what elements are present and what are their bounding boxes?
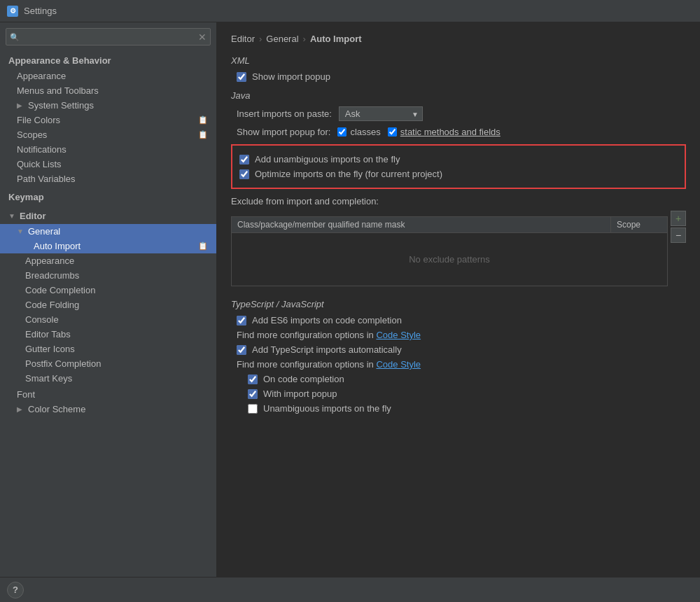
sidebar-item-path-variables[interactable]: Path Variables xyxy=(0,172,216,186)
appearance-behavior-label: Appearance & Behavior xyxy=(0,52,216,69)
sidebar-item-label: System Settings xyxy=(28,100,94,111)
static-methods-checkbox[interactable] xyxy=(388,127,397,136)
show-import-popup-for-label: Show import popup for: xyxy=(237,127,330,137)
static-methods-label: static methods and fields xyxy=(400,127,500,137)
sidebar: 🔍 ✕ Appearance & Behavior Appearance Men… xyxy=(0,22,217,577)
search-clear-button[interactable]: ✕ xyxy=(198,31,206,43)
add-ts-imports-label: Add TypeScript imports automatically xyxy=(252,344,402,355)
sidebar-item-code-completion[interactable]: Code Completion xyxy=(0,283,216,298)
exclude-table-wrapper: Class/package/member qualified name mask… xyxy=(231,211,668,286)
sidebar-item-label: Code Folding xyxy=(25,300,79,310)
optimize-imports-label: Optimize imports on the fly (for current… xyxy=(255,169,442,179)
editor-label[interactable]: Editor xyxy=(0,208,216,224)
breadcrumb-sep-2: › xyxy=(303,34,306,44)
sidebar-item-label: Notifications xyxy=(17,144,66,155)
sidebar-item-label: Breadcrumbs xyxy=(25,270,79,281)
sidebar-item-system-settings[interactable]: System Settings xyxy=(0,98,216,113)
breadcrumb: Editor › General › Auto Import xyxy=(231,34,686,44)
classes-checkbox[interactable] xyxy=(337,127,346,136)
exclude-label: Exclude from import and completion: xyxy=(231,196,686,206)
sidebar-item-postfix-completion[interactable]: Postfix Completion xyxy=(0,356,216,371)
breadcrumb-sep-1: › xyxy=(259,34,262,44)
sidebar-item-label: Font xyxy=(17,389,35,400)
sidebar-item-smart-keys[interactable]: Smart Keys xyxy=(0,371,216,386)
java-section-label: Java xyxy=(231,90,686,101)
sidebar-item-appearance[interactable]: Appearance xyxy=(0,69,216,83)
add-es6-checkbox[interactable] xyxy=(237,316,246,326)
with-import-popup-label: With import popup xyxy=(263,388,337,399)
sidebar-item-label: Console xyxy=(25,314,59,325)
breadcrumb-general: General xyxy=(266,34,298,44)
unambiguous-fly-row: Unambiguous imports on the fly xyxy=(231,403,686,414)
on-code-completion-checkbox[interactable] xyxy=(248,374,258,384)
add-pattern-button[interactable]: + xyxy=(671,211,686,226)
keymap-label[interactable]: Keymap xyxy=(0,189,216,205)
code-style-link-2[interactable]: Code Style xyxy=(376,359,421,370)
col-header-scope: Scope xyxy=(611,217,667,232)
sidebar-item-label: File Colors xyxy=(17,115,60,125)
ts-section-label: TypeScript / JavaScript xyxy=(231,299,686,309)
red-border-box: Add unambiguous imports on the fly Optim… xyxy=(231,144,686,189)
help-button[interactable]: ? xyxy=(7,582,24,598)
xml-section-label: XML xyxy=(231,55,686,66)
show-import-popup-for-row: Show import popup for: classes static me… xyxy=(231,127,686,137)
sidebar-item-breadcrumbs[interactable]: Breadcrumbs xyxy=(0,268,216,283)
add-ts-imports-row: Add TypeScript imports automatically xyxy=(231,344,686,355)
sidebar-item-label: Editor Tabs xyxy=(25,329,71,340)
sidebar-item-label: Postfix Completion xyxy=(25,358,101,369)
sidebar-item-appearance-sub[interactable]: Appearance xyxy=(0,253,216,268)
sidebar-item-auto-import[interactable]: Auto Import 📋 xyxy=(0,239,216,253)
copy-icon: 📋 xyxy=(198,130,208,139)
sidebar-item-menus-toolbars[interactable]: Menus and Toolbars xyxy=(0,83,216,98)
exclude-table: Class/package/member qualified name mask… xyxy=(231,216,668,286)
xml-show-import-popup-row: Show import popup xyxy=(231,71,686,82)
sidebar-item-label: Scopes xyxy=(17,130,47,140)
find-code-style-1-row: Find more configuration options in Code … xyxy=(231,330,686,340)
sidebar-item-general[interactable]: General xyxy=(0,224,216,239)
editor-arrow-icon xyxy=(8,212,17,220)
unambiguous-fly-checkbox[interactable] xyxy=(248,404,258,414)
title-bar-text: Settings xyxy=(24,6,57,16)
add-ts-imports-checkbox[interactable] xyxy=(237,345,246,355)
editor-section: Editor General Auto Import 📋 Appearance … xyxy=(0,206,216,387)
sidebar-item-console[interactable]: Console xyxy=(0,312,216,327)
insert-imports-label: Insert imports on paste: xyxy=(237,108,332,119)
search-icon: 🔍 xyxy=(10,32,20,41)
sidebar-item-color-scheme[interactable]: Color Scheme xyxy=(0,402,216,416)
add-unambiguous-checkbox[interactable] xyxy=(239,155,249,164)
col-header-mask: Class/package/member qualified name mask xyxy=(232,217,611,232)
sidebar-item-notifications[interactable]: Notifications xyxy=(0,142,216,157)
xml-show-import-popup-checkbox[interactable] xyxy=(237,72,246,82)
remove-pattern-button[interactable]: − xyxy=(671,227,686,243)
search-input[interactable] xyxy=(6,28,211,46)
title-bar: ⚙ Settings xyxy=(0,0,700,22)
sidebar-item-label: Auto Import xyxy=(34,241,80,251)
sidebar-item-scopes[interactable]: Scopes 📋 xyxy=(0,127,216,142)
keymap-section: Keymap xyxy=(0,188,216,206)
sidebar-item-file-colors[interactable]: File Colors 📋 xyxy=(0,113,216,127)
add-es6-label: Add ES6 imports on code completion xyxy=(252,315,402,326)
bottom-bar: ? xyxy=(0,577,700,602)
sidebar-item-label: Color Scheme xyxy=(28,404,85,414)
classes-item: classes xyxy=(337,127,380,137)
unambiguous-fly-label: Unambiguous imports on the fly xyxy=(263,403,391,414)
with-import-popup-row: With import popup xyxy=(231,388,686,399)
code-style-link-1[interactable]: Code Style xyxy=(376,330,421,340)
sidebar-item-code-folding[interactable]: Code Folding xyxy=(0,298,216,312)
exclude-table-container: Class/package/member qualified name mask… xyxy=(231,211,686,286)
general-arrow-icon xyxy=(17,227,25,235)
sidebar-item-quick-lists[interactable]: Quick Lists xyxy=(0,157,216,172)
exclude-table-header: Class/package/member qualified name mask… xyxy=(232,217,667,233)
sidebar-item-editor-tabs[interactable]: Editor Tabs xyxy=(0,327,216,342)
search-box: 🔍 ✕ xyxy=(0,22,216,51)
sidebar-item-label: Quick Lists xyxy=(17,159,62,169)
sidebar-item-label: Code Completion xyxy=(25,285,95,295)
sidebar-item-font[interactable]: Font xyxy=(0,387,216,402)
copy-icon: 📋 xyxy=(198,241,208,251)
content-area: Editor › General › Auto Import XML Show … xyxy=(217,22,700,577)
with-import-popup-checkbox[interactable] xyxy=(248,389,258,399)
optimize-imports-checkbox[interactable] xyxy=(239,169,249,179)
main-container: 🔍 ✕ Appearance & Behavior Appearance Men… xyxy=(0,22,700,577)
sidebar-item-gutter-icons[interactable]: Gutter Icons xyxy=(0,342,216,356)
insert-imports-select[interactable]: Ask Always Never xyxy=(339,106,423,121)
